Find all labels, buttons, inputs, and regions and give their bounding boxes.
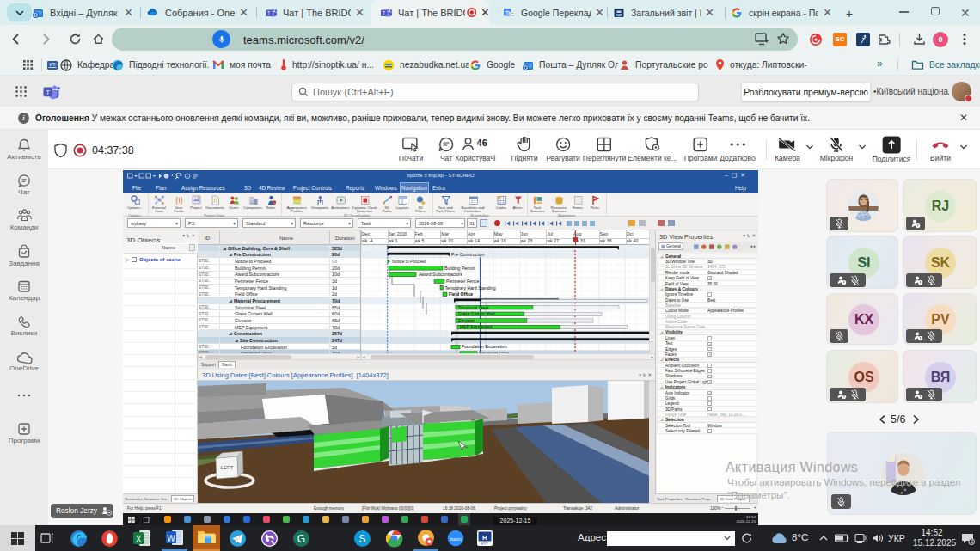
- svg-text:MEP Equipment: MEP Equipment: [460, 324, 493, 329]
- svg-text:Structural Steel: Structural Steel: [458, 305, 488, 310]
- svg-text:zoom: zoom: [450, 536, 462, 542]
- svg-text:T: T: [383, 10, 386, 15]
- svg-text:R: R: [482, 534, 487, 542]
- svg-text:T: T: [46, 89, 50, 96]
- svg-text:Elevator: Elevator: [458, 318, 475, 323]
- svg-text:W: W: [167, 534, 175, 543]
- svg-text:4: 4: [970, 539, 973, 545]
- svg-text:ГІДР: ГІДР: [616, 13, 622, 16]
- svg-text:КПІ: КПІ: [49, 63, 55, 67]
- svg-text:Award Subcontractors: Award Subcontractors: [419, 272, 462, 277]
- svg-text:Notice to Proceed: Notice to Proceed: [392, 259, 426, 264]
- svg-text:Field Office: Field Office: [449, 291, 473, 297]
- svg-text:LEFT: LEFT: [221, 465, 234, 470]
- svg-text:G: G: [510, 11, 513, 16]
- svg-text:Glass Curtain Wall: Glass Curtain Wall: [458, 311, 495, 316]
- svg-text:Perimeter Fence: Perimeter Fence: [446, 279, 479, 284]
- svg-text:T: T: [267, 10, 271, 15]
- svg-text:Foundation Excavation: Foundation Excavation: [462, 344, 507, 349]
- svg-text:KYT: KYT: [481, 542, 488, 546]
- svg-text:46: 46: [477, 138, 487, 148]
- svg-text:S: S: [358, 533, 365, 545]
- svg-text:G: G: [297, 533, 305, 545]
- svg-text:Pre Construction: Pre Construction: [451, 252, 485, 257]
- svg-text:Temporary Hard Standing: Temporary Hard Standing: [445, 285, 496, 291]
- svg-text:Building Permit: Building Permit: [444, 266, 475, 271]
- svg-text:X: X: [135, 535, 141, 544]
- svg-text:{I}: {I}: [175, 196, 183, 205]
